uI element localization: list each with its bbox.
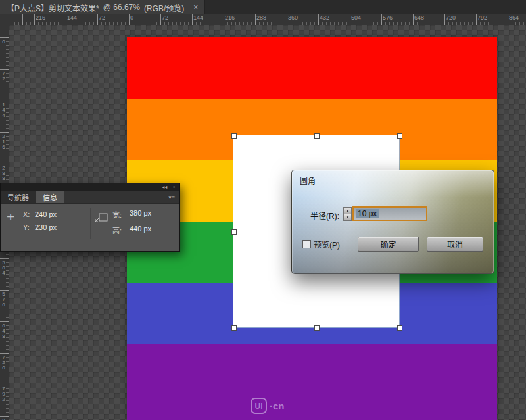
info-panel-body: + X: 240 px Y: 230 px 宽: 380 px 高: 440 p… (1, 204, 179, 251)
selection-handle-bottom-left[interactable] (231, 325, 237, 331)
watermark-logo-icon: Ui (251, 398, 267, 414)
crosshair-icon: + (7, 210, 14, 223)
panel-divider (90, 208, 91, 239)
watermark: Ui ·cn (251, 398, 285, 414)
document-tab-bar: 【P大点S】剪切文本效果* @ 66.67% (RGB/预览) × (0, 0, 526, 15)
ruler-corner (0, 14, 10, 26)
cancel-button[interactable]: 取消 (427, 237, 483, 252)
h-ruler-label: 216 (36, 15, 45, 21)
v-ruler-label: 576 (1, 291, 6, 307)
x-label: X: (23, 210, 30, 218)
h-ruler-label: 648 (414, 15, 424, 21)
canvas-stripe-red (127, 37, 497, 99)
h-ruler-label: 72 (162, 15, 168, 21)
info-panel: ◂◂ ▫ 导航器 信息 ▾≡ + X: 240 px Y: 230 px 宽: … (0, 183, 180, 252)
height-label: 高: (112, 225, 122, 235)
y-label: Y: (23, 223, 30, 231)
selection-handle-top-left[interactable] (231, 133, 237, 139)
info-panel-header[interactable]: ◂◂ ▫ (1, 183, 179, 191)
selection-handle-bottom-center[interactable] (314, 325, 320, 331)
zoom-level: @ 66.67% (103, 3, 140, 12)
collapse-panel-icon[interactable]: ◂◂ (162, 185, 167, 190)
close-tab-icon[interactable]: × (193, 3, 198, 12)
v-ruler-label: 648 (1, 323, 6, 338)
radius-label: 半径(R): (310, 210, 339, 221)
stepper-up-icon[interactable]: ▲ (343, 207, 352, 214)
selection-handle-top-right[interactable] (397, 133, 402, 139)
transform-icon (94, 212, 108, 225)
h-ruler-label: 144 (67, 15, 77, 21)
v-ruler-label: 864 (1, 417, 6, 420)
preview-checkbox[interactable] (302, 240, 311, 248)
color-mode: (RGB/预览) (144, 2, 184, 13)
canvas-stripe-purple (127, 344, 497, 420)
ok-button[interactable]: 确定 (358, 237, 419, 252)
h-ruler-label: 576 (383, 15, 393, 21)
watermark-text: ·cn (270, 400, 285, 411)
h-ruler-label: 216 (225, 15, 235, 21)
document-tab[interactable]: 【P大点S】剪切文本效果* @ 66.67% (RGB/预览) × (0, 0, 205, 14)
h-ruler-label: 144 (193, 15, 203, 21)
v-ruler-label: 288 (1, 165, 6, 181)
dialog-title[interactable]: 圆角 (300, 175, 316, 186)
v-ruler-label: 0 (1, 39, 6, 44)
h-ruler-label: 720 (446, 15, 456, 21)
h-ruler-label: 0 (130, 15, 133, 21)
info-panel-tabs: 导航器 信息 ▾≡ (1, 191, 179, 204)
v-ruler-label: 216 (1, 133, 6, 149)
h-ruler-label: 432 (320, 15, 329, 21)
x-value: 240 px (35, 210, 57, 218)
v-ruler-label: 792 (1, 386, 6, 402)
width-value: 380 px (130, 209, 151, 217)
horizontal-ruler[interactable]: 2161447207214421628836043250457664872079… (9, 14, 526, 26)
height-value: 440 px (130, 225, 151, 233)
v-ruler-label: 144 (1, 102, 6, 118)
v-ruler-label: 72 (1, 70, 6, 81)
h-ruler-label: 360 (288, 15, 298, 21)
v-ruler-label: 720 (1, 354, 6, 370)
width-label: 宽: (112, 209, 122, 220)
stepper-down-icon[interactable]: ▼ (343, 214, 352, 221)
h-ruler-label: 288 (256, 15, 266, 21)
y-value: 230 px (35, 223, 57, 231)
selection-handle-top-center[interactable] (314, 133, 320, 139)
rounded-corner-dialog: 圆角 半径(R): ▲ ▼ 10 px 预览(P) 确定 取消 (291, 170, 494, 274)
h-ruler-label: 792 (477, 15, 487, 21)
selection-handle-middle-left[interactable] (231, 229, 237, 235)
h-ruler-label: 864 (509, 15, 519, 21)
radius-value: 10 px (356, 209, 379, 218)
document-title: 【P大点S】剪切文本效果* (7, 2, 99, 13)
panel-menu-icon[interactable]: ▾≡ (164, 191, 179, 203)
tab-info[interactable]: 信息 (36, 191, 64, 203)
selection-handle-bottom-right[interactable] (397, 325, 402, 331)
photoshop-window: 【P大点S】剪切文本效果* @ 66.67% (RGB/预览) × 216144… (0, 0, 526, 420)
radius-stepper: ▲ ▼ (343, 207, 352, 221)
v-ruler-label: 504 (1, 260, 6, 275)
tab-navigator[interactable]: 导航器 (1, 191, 36, 203)
h-ruler-label: 72 (99, 15, 105, 21)
preview-label: 预览(P) (314, 239, 340, 250)
panel-box-icon[interactable]: ▫ (173, 185, 175, 190)
radius-input[interactable]: 10 px (352, 206, 427, 221)
h-ruler-label: 504 (351, 15, 361, 21)
